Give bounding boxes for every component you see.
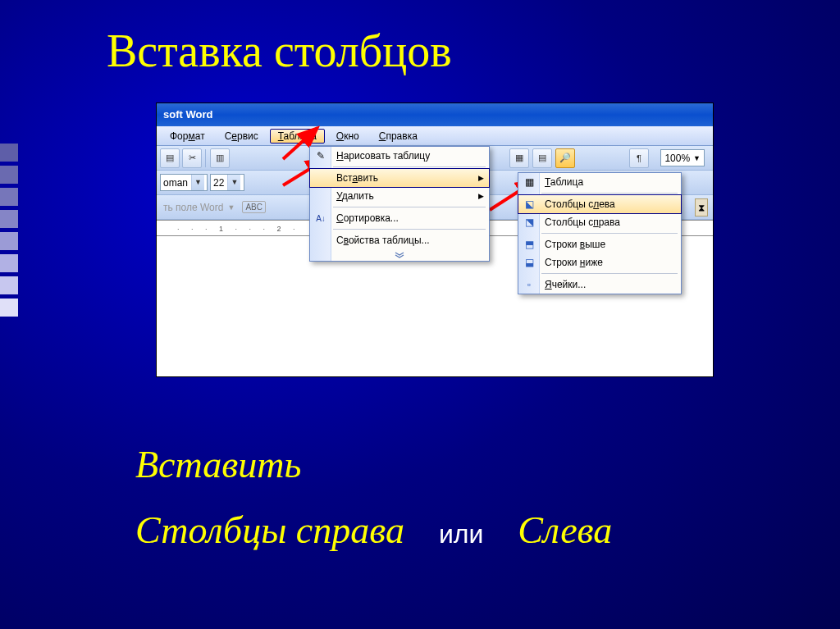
sort-icon: А↓	[313, 211, 329, 226]
tb-button[interactable]: 🔎	[555, 148, 575, 168]
col-left-icon: ⬕	[521, 197, 537, 212]
tb-button[interactable]: ✂	[182, 148, 202, 168]
submenu-arrow-icon: ▶	[478, 174, 484, 182]
tb-button[interactable]: ▦	[509, 148, 529, 168]
submenu-item-rows-above[interactable]: ⬒ Строки выше	[518, 235, 681, 253]
menu-item-properties[interactable]: Свойства таблицы...	[310, 231, 489, 249]
menu-format[interactable]: Формат	[162, 129, 213, 144]
menu-window[interactable]: Окно	[328, 129, 368, 144]
menu-service[interactable]: Сервис	[217, 129, 267, 144]
dropdown-insert: ▦ Таблица ⬕ Столбцы слева ⬔ Столбцы спра…	[518, 172, 682, 294]
tb-button[interactable]: ▥	[210, 148, 230, 168]
caption-left: Слева	[518, 508, 612, 552]
hourglass-icon: ⧗	[695, 198, 708, 217]
caption-right: Столбцы справа	[135, 508, 404, 552]
menu-expand-chevron[interactable]	[310, 249, 489, 261]
caption-columns: Столбцы справа или Слева	[135, 508, 612, 552]
slide-title: Вставка столбцов	[107, 25, 452, 77]
tb-button[interactable]: ▤	[532, 148, 552, 168]
submenu-item-cols-right[interactable]: ⬔ Столбцы справа	[518, 213, 681, 231]
word-screenshot: soft Word Формат Сервис Таблица Окно Спр…	[156, 103, 714, 377]
menubar: Формат Сервис Таблица Окно Справка	[157, 126, 713, 146]
caption-or: или	[439, 519, 483, 549]
table-icon: ▦	[521, 175, 537, 189]
pilcrow-icon[interactable]: ¶	[629, 148, 649, 168]
titlebar: soft Word	[157, 103, 713, 126]
font-value: oman	[163, 177, 188, 189]
submenu-arrow-icon: ▶	[478, 192, 484, 200]
menu-table[interactable]: Таблица	[270, 129, 325, 144]
slide-side-squares	[0, 144, 18, 317]
zoom-value: 100%	[664, 153, 690, 164]
row-above-icon: ⬒	[521, 237, 537, 252]
submenu-item-cells[interactable]: ▫ Ячейки...	[518, 276, 681, 294]
menu-item-insert[interactable]: Вставить ▶	[309, 168, 490, 188]
submenu-item-cols-left[interactable]: ⬕ Столбцы слева	[518, 194, 682, 214]
size-combo[interactable]: 22 ▼	[210, 174, 244, 191]
menu-item-draw-table[interactable]: ✎ Нарисовать таблицу	[310, 147, 489, 165]
dropdown-table: ✎ Нарисовать таблицу Вставить ▶ Удалить …	[309, 146, 490, 262]
caption-insert: Вставить	[135, 443, 301, 486]
cells-icon: ▫	[521, 277, 537, 292]
tb-button[interactable]: ▤	[160, 148, 180, 168]
pencil-icon: ✎	[313, 148, 329, 163]
font-combo[interactable]: oman ▼	[160, 174, 208, 191]
submenu-item-rows-below[interactable]: ⬓ Строки ниже	[518, 253, 681, 271]
menu-help[interactable]: Справка	[371, 129, 426, 144]
submenu-item-table[interactable]: ▦ Таблица	[518, 173, 681, 191]
menu-item-delete[interactable]: Удалить ▶	[310, 187, 489, 205]
merge-field-label: ть поле Word	[160, 202, 223, 213]
col-right-icon: ⬔	[521, 215, 537, 230]
size-value: 22	[213, 177, 224, 189]
zoom-combo[interactable]: 100% ▼	[660, 149, 705, 166]
row-below-icon: ⬓	[521, 255, 537, 270]
menu-item-sort[interactable]: А↓ Сортировка...	[310, 209, 489, 227]
